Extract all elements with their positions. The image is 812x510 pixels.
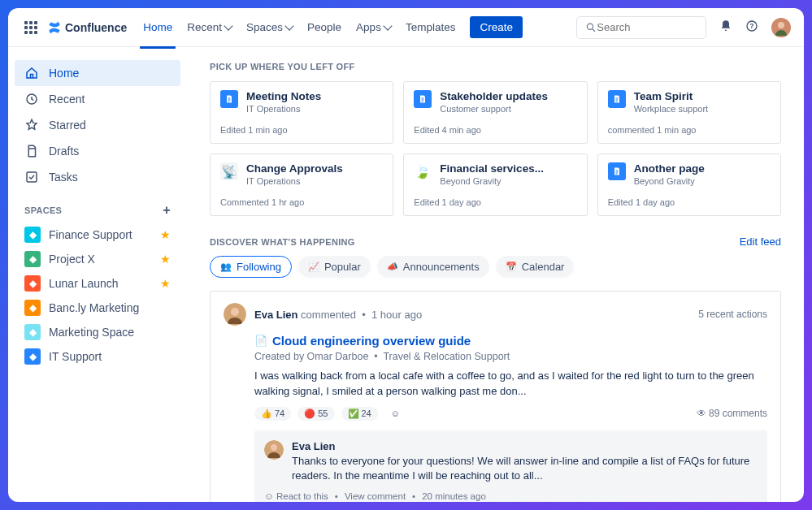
space-label: Marketing Space	[49, 326, 134, 339]
space-icon: ◆	[24, 300, 41, 316]
comment-author[interactable]: Eva Lien	[292, 440, 758, 452]
tab-label: Announcements	[403, 261, 480, 273]
nav-home[interactable]: Home	[137, 15, 179, 39]
notifications-icon[interactable]	[719, 19, 732, 36]
discover-tab[interactable]: 👥Following	[210, 256, 292, 278]
satellite-icon: 📡	[220, 162, 238, 180]
pickup-card[interactable]: Stakeholder updatesCustomer supportEdite…	[403, 81, 587, 144]
chevron-down-icon	[383, 21, 392, 30]
sidebar-space-item[interactable]: ◆Finance Support★	[15, 223, 180, 247]
home-icon	[24, 66, 39, 80]
card-meta: Commented 1 hr ago	[220, 197, 383, 207]
reaction-count: 74	[275, 408, 284, 418]
space-label: Finance Support	[49, 228, 132, 241]
feed-author[interactable]: Eva Lien	[254, 309, 297, 321]
space-icon: ◆	[24, 348, 41, 365]
create-button[interactable]: Create	[470, 16, 523, 38]
recent-actions[interactable]: 5 recent actions	[698, 309, 767, 320]
tab-icon: 📣	[387, 261, 398, 272]
reaction-count: 24	[362, 408, 371, 418]
card-subtitle: Customer support	[440, 104, 548, 114]
space-label: Lunar Launch	[49, 277, 119, 290]
pickup-card[interactable]: 🍃Financial services...Beyond GravityEdit…	[403, 153, 587, 216]
sidebar-drafts[interactable]: Drafts	[15, 138, 180, 164]
pickup-card[interactable]: Meeting NotesIT OperationsEdited 1 min a…	[210, 81, 393, 144]
nav-apps[interactable]: Apps	[350, 15, 397, 39]
card-title: Financial services...	[440, 162, 544, 175]
card-subtitle: IT Operations	[246, 176, 343, 186]
nav-spaces[interactable]: Spaces	[240, 15, 299, 39]
reaction-pill[interactable]: 👍74	[254, 407, 291, 421]
svg-text:?: ?	[749, 22, 753, 30]
add-reaction-button[interactable]: ☺	[384, 407, 406, 420]
svg-point-9	[231, 308, 239, 316]
nav-templates[interactable]: Templates	[399, 15, 462, 39]
space-label: Banc.ly Marketing	[49, 301, 139, 314]
pickup-card[interactable]: Team SpiritWorkplace supportcommented 1 …	[597, 81, 781, 144]
help-icon[interactable]: ?	[745, 19, 758, 36]
sidebar-item-label: Recent	[49, 93, 85, 106]
top-navigation: Confluence Home Recent Spaces People App…	[8, 8, 804, 47]
star-icon	[24, 118, 39, 132]
svg-point-11	[271, 444, 277, 451]
nav-recent[interactable]: Recent	[180, 15, 238, 39]
search-input[interactable]	[597, 21, 697, 33]
tab-label: Following	[237, 261, 281, 273]
reaction-pill[interactable]: ✅24	[341, 407, 378, 421]
nav-people[interactable]: People	[301, 15, 348, 39]
feed-author-avatar[interactable]	[224, 303, 246, 326]
sidebar-space-item[interactable]: ◆IT Support	[15, 344, 180, 369]
sidebar-recent[interactable]: Recent	[15, 86, 180, 112]
star-icon[interactable]: ★	[160, 253, 171, 266]
react-to-this-link[interactable]: ☺ React to this	[264, 491, 328, 501]
pickup-section-title: PICK UP WHERE YOU LEFT OFF	[210, 62, 781, 71]
card-title: Team Spirit	[634, 90, 709, 103]
sidebar-space-item[interactable]: ◆Project X★	[15, 247, 180, 271]
reaction-emoji: ✅	[348, 408, 359, 419]
star-icon[interactable]: ★	[160, 228, 171, 241]
reaction-count: 55	[318, 408, 328, 418]
feed-item-title[interactable]: 📄Cloud engineering overview guide	[254, 334, 767, 348]
comments-count[interactable]: 👁 89 comments	[697, 408, 767, 419]
svg-point-0	[587, 24, 593, 29]
page-icon	[220, 90, 238, 108]
search-box[interactable]	[576, 16, 706, 39]
card-title: Stakeholder updates	[440, 90, 548, 103]
sidebar-tasks[interactable]: Tasks	[15, 164, 180, 190]
page-icon	[608, 90, 626, 108]
view-comment-link[interactable]: View comment	[345, 491, 406, 501]
pickup-card[interactable]: Another pageBeyond GravityEdited 1 day a…	[597, 153, 781, 216]
card-title: Meeting Notes	[246, 90, 321, 103]
feed-excerpt: I was walking back from a local cafe wit…	[254, 369, 767, 398]
card-title: Change Approvals	[246, 162, 343, 175]
discover-tab[interactable]: 📣Announcements	[377, 256, 489, 278]
tab-icon: 📅	[506, 261, 517, 272]
discover-tab[interactable]: 📅Calendar	[496, 256, 575, 278]
comment-time: 20 minutes ago	[422, 491, 486, 501]
app-switcher-icon[interactable]	[21, 18, 41, 37]
pickup-card[interactable]: 📡Change ApprovalsIT OperationsCommented …	[210, 153, 393, 216]
sidebar-space-item[interactable]: ◆Lunar Launch★	[15, 271, 180, 296]
edit-feed-link[interactable]: Edit feed	[740, 236, 781, 248]
confluence-logo[interactable]: Confluence	[47, 20, 127, 35]
checkbox-icon	[24, 170, 39, 184]
comment-author-avatar[interactable]	[264, 440, 284, 460]
card-meta: Edited 4 min ago	[414, 125, 576, 135]
sidebar-starred[interactable]: Starred	[15, 112, 180, 138]
space-label: Project X	[49, 253, 95, 266]
user-avatar[interactable]	[771, 18, 791, 37]
discover-tab[interactable]: 📈Popular	[298, 256, 371, 278]
sidebar-home[interactable]: Home	[15, 60, 180, 86]
feed-subtitle: Created by Omar Darboe • Travel & Reloca…	[254, 351, 767, 362]
card-subtitle: Workplace support	[634, 104, 709, 114]
star-icon[interactable]: ★	[160, 277, 171, 290]
add-space-icon[interactable]: +	[163, 203, 171, 218]
svg-line-1	[593, 28, 595, 31]
card-subtitle: Beyond Gravity	[634, 176, 705, 186]
sidebar-space-item[interactable]: ◆Marketing Space	[15, 320, 180, 344]
sidebar-space-item[interactable]: ◆Banc.ly Marketing	[15, 296, 180, 320]
feed-meta: Eva Lien commented • 1 hour ago	[254, 309, 422, 321]
card-meta: Edited 1 min ago	[220, 125, 383, 135]
reaction-pill[interactable]: 🔴55	[297, 407, 334, 421]
card-meta: commented 1 min ago	[608, 125, 771, 135]
